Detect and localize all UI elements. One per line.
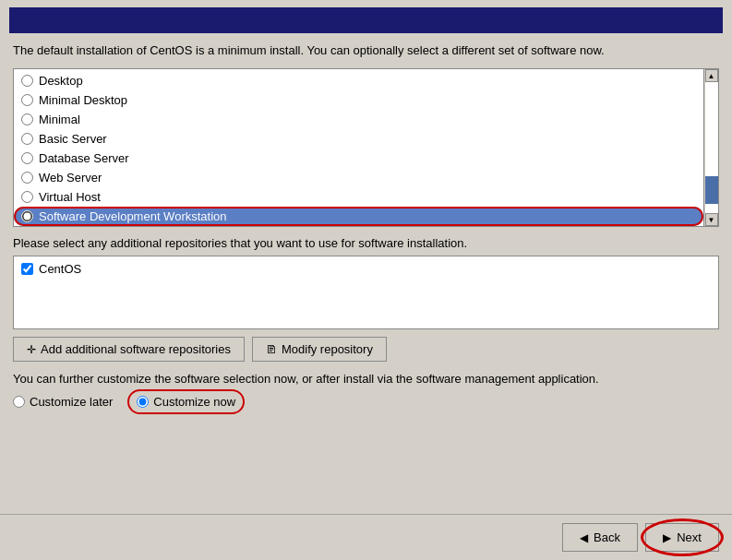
- software-radio[interactable]: [21, 94, 33, 106]
- repo-checkbox[interactable]: [21, 263, 33, 275]
- customize-later-label: Customize later: [30, 395, 113, 409]
- modify-repo-button[interactable]: 🖹 Modify repository: [252, 337, 387, 362]
- software-radio[interactable]: [21, 191, 33, 203]
- software-list-item[interactable]: Minimal Desktop: [14, 90, 703, 110]
- scrollbar[interactable]: ▲ ▼: [703, 69, 718, 226]
- customize-radio-row: Customize later Customize now: [13, 393, 719, 411]
- software-item-label: Virtual Host: [39, 190, 101, 204]
- scroll-up-button[interactable]: ▲: [705, 69, 718, 82]
- repo-buttons-row: ✛ Add additional software repositories 🖹…: [13, 337, 719, 362]
- software-list-item[interactable]: Database Server: [14, 149, 703, 168]
- software-item-label: Basic Server: [39, 132, 107, 146]
- software-list-item[interactable]: Web Server: [14, 168, 703, 187]
- software-item-label: Minimal Desktop: [39, 93, 127, 107]
- back-label: Back: [594, 530, 620, 544]
- customize-now-radio[interactable]: [137, 396, 149, 408]
- description-text: The default installation of CentOS is a …: [13, 42, 719, 59]
- software-list-item[interactable]: Minimal: [14, 110, 703, 129]
- software-item-label: Database Server: [39, 151, 129, 165]
- edit-icon: 🖹: [266, 343, 277, 356]
- customize-section: You can further customize the software s…: [13, 371, 719, 411]
- software-item-label: Software Development Workstation: [39, 209, 227, 223]
- software-item-label: Minimal: [39, 113, 80, 126]
- software-list-item[interactable]: Basic Server: [14, 129, 703, 149]
- add-repo-button[interactable]: ✛ Add additional software repositories: [13, 337, 245, 362]
- software-list-item[interactable]: Desktop: [14, 71, 703, 90]
- customize-now-highlight: Customize now: [131, 393, 241, 411]
- bottom-navigation-bar: ◀ Back ▶ Next: [0, 514, 732, 560]
- back-button[interactable]: ◀ Back: [562, 523, 638, 552]
- next-button[interactable]: ▶ Next: [645, 523, 719, 552]
- modify-repo-label: Modify repository: [282, 342, 373, 356]
- software-list-item[interactable]: Software Development Workstation: [14, 207, 703, 226]
- top-banner: [9, 7, 723, 33]
- next-button-highlight: ▶ Next: [645, 523, 719, 552]
- software-list-item[interactable]: Virtual Host: [14, 187, 703, 207]
- plus-icon: ✛: [27, 343, 36, 356]
- add-repo-label: Add additional software repositories: [41, 342, 231, 356]
- software-list-container: DesktopMinimal DesktopMinimalBasic Serve…: [13, 68, 719, 227]
- software-radio[interactable]: [21, 172, 33, 184]
- software-radio[interactable]: [21, 75, 33, 87]
- software-radio[interactable]: [21, 210, 33, 222]
- software-item-label: Desktop: [39, 74, 83, 88]
- software-radio[interactable]: [21, 152, 33, 164]
- next-label: Next: [677, 530, 702, 544]
- customize-later-option[interactable]: Customize later: [13, 395, 113, 409]
- customize-now-option[interactable]: Customize now: [137, 395, 235, 409]
- customize-later-radio[interactable]: [13, 396, 25, 408]
- repo-list: CentOS: [13, 256, 719, 329]
- repo-item[interactable]: CentOS: [21, 262, 711, 276]
- scroll-thumb[interactable]: [705, 176, 718, 204]
- repo-section-label: Please select any additional repositorie…: [13, 236, 719, 250]
- software-radio[interactable]: [21, 133, 33, 145]
- next-icon: ▶: [663, 531, 671, 544]
- customize-description: You can further customize the software s…: [13, 371, 719, 387]
- customize-now-label: Customize now: [153, 395, 235, 409]
- scroll-track: [705, 82, 718, 213]
- software-item-label: Web Server: [39, 171, 102, 185]
- software-list: DesktopMinimal DesktopMinimalBasic Serve…: [14, 69, 718, 227]
- scroll-down-button[interactable]: ▼: [705, 213, 718, 226]
- back-icon: ◀: [580, 531, 588, 544]
- repo-label: CentOS: [39, 262, 81, 276]
- software-radio[interactable]: [21, 113, 33, 125]
